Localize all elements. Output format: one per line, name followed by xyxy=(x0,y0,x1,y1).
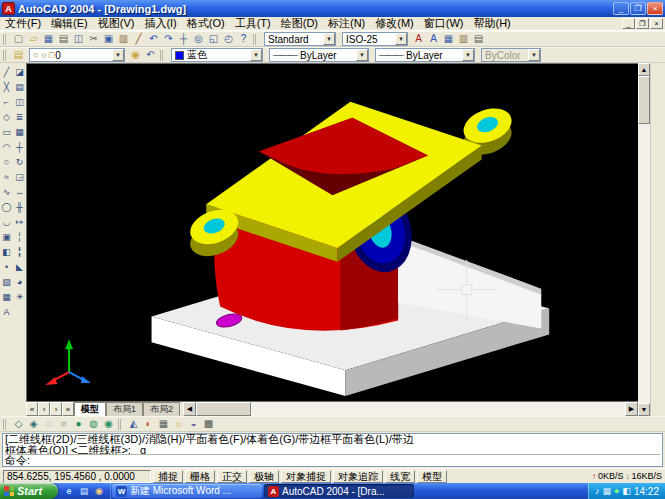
fillet-icon[interactable]: ◕ xyxy=(13,274,26,289)
toolbar-grip[interactable] xyxy=(160,50,165,61)
toolbar-grip[interactable] xyxy=(118,419,123,430)
menu-item[interactable]: 文件(F) xyxy=(0,17,46,30)
status-toggle-button[interactable]: 极轴 xyxy=(249,470,279,483)
menu-item[interactable]: 工具(T) xyxy=(230,17,276,30)
revision-cloud-icon[interactable]: ≈ xyxy=(0,169,13,184)
move-icon[interactable]: ┼ xyxy=(13,139,26,154)
stretch-icon[interactable]: ↔ xyxy=(13,184,26,199)
start-button[interactable]: Start xyxy=(0,483,58,499)
arc-icon[interactable]: ◠ xyxy=(0,139,13,154)
scale-icon[interactable]: ◲ xyxy=(13,169,26,184)
flat-shaded-icon[interactable]: ○ xyxy=(56,417,71,431)
input-method-icon[interactable]: ◧ xyxy=(622,487,631,496)
dropdown-arrow-icon[interactable]: ▼ xyxy=(323,33,335,45)
pan-icon[interactable]: ┼ xyxy=(176,32,191,46)
color-combo[interactable]: 蓝色 ▼ xyxy=(171,48,263,62)
erase-icon[interactable]: ◪ xyxy=(13,64,26,79)
trim-icon[interactable]: ╫ xyxy=(13,199,26,214)
status-toggle-button[interactable]: 线宽 xyxy=(385,470,415,483)
status-toggle-button[interactable]: 栅格 xyxy=(185,470,215,483)
extend-icon[interactable]: ↦ xyxy=(13,214,26,229)
dropdown-arrow-icon[interactable]: ▼ xyxy=(112,49,124,61)
tab-layout1[interactable]: 布局1 xyxy=(106,402,143,416)
text-style-combo[interactable]: Standard ▼ xyxy=(264,32,336,46)
child-minimize-button[interactable]: _ xyxy=(622,18,635,29)
tab-nav-button[interactable]: ‹ xyxy=(38,402,50,416)
scroll-left-icon[interactable]: ◀ xyxy=(183,402,196,416)
toolbar-grip[interactable] xyxy=(3,34,8,45)
ellipse-arc-icon[interactable]: ◡ xyxy=(0,214,13,229)
menu-item[interactable]: 插入(I) xyxy=(139,17,181,30)
menu-item[interactable]: 视图(V) xyxy=(93,17,140,30)
lights-icon[interactable]: ☼ xyxy=(171,417,186,431)
save-icon[interactable]: ▦ xyxy=(41,32,56,46)
drawing-canvas[interactable] xyxy=(26,63,638,402)
2d-wireframe-icon[interactable]: ◇ xyxy=(11,417,26,431)
point-icon[interactable]: • xyxy=(0,259,13,274)
tab-model[interactable]: 模型 xyxy=(74,402,106,416)
dropdown-arrow-icon[interactable]: ▼ xyxy=(356,49,368,61)
make-block-icon[interactable]: ◧ xyxy=(0,244,13,259)
new-file-icon[interactable]: ▢ xyxy=(11,32,26,46)
offset-icon[interactable]: ≣ xyxy=(13,109,26,124)
zoom-previous-icon[interactable]: ◴ xyxy=(221,32,236,46)
status-toggle-button[interactable]: 正交 xyxy=(217,470,247,483)
plot-preview-icon[interactable]: ◫ xyxy=(71,32,86,46)
text-style-icon[interactable]: A xyxy=(411,32,426,46)
linetype-combo[interactable]: ——— ByLayer ▼ xyxy=(269,48,369,62)
vscroll-thumb[interactable] xyxy=(638,76,650,124)
status-toggle-button[interactable]: 模型 xyxy=(417,470,447,483)
help-icon[interactable]: ? xyxy=(236,32,251,46)
zoom-window-icon[interactable]: ◱ xyxy=(206,32,221,46)
hatch-icon[interactable]: ▨ xyxy=(0,274,13,289)
dim-style-combo[interactable]: ISO-25 ▼ xyxy=(342,32,408,46)
ellipse-icon[interactable]: ◯ xyxy=(0,199,13,214)
materials-icon[interactable]: ◒ xyxy=(186,417,201,431)
autocad-task-button[interactable]: A AutoCAD 2004 - [Dra... xyxy=(264,484,414,498)
paste-icon[interactable]: ▥ xyxy=(116,32,131,46)
antivirus-icon[interactable]: ● xyxy=(614,487,619,496)
break-icon[interactable]: ╏ xyxy=(13,244,26,259)
copy-object-icon[interactable]: ▤ xyxy=(13,79,26,94)
redo-icon[interactable]: ↷ xyxy=(161,32,176,46)
word-task-button[interactable]: W 新建 Microsoft Word ... xyxy=(112,484,262,498)
layer-combo[interactable]: ○☼□ 0 ▼ xyxy=(29,48,125,62)
restore-button[interactable]: ❐ xyxy=(630,2,646,15)
dropdown-arrow-icon[interactable]: ▼ xyxy=(395,33,407,45)
array-icon[interactable]: ▦ xyxy=(13,124,26,139)
region-icon[interactable]: ▦ xyxy=(0,289,13,304)
minimize-button[interactable]: _ xyxy=(613,2,629,15)
properties-icon[interactable]: ▤ xyxy=(471,32,486,46)
menu-item[interactable]: 格式(O) xyxy=(182,17,230,30)
scroll-right-icon[interactable]: ▶ xyxy=(625,402,638,416)
render-icon[interactable]: ◐ xyxy=(141,417,156,431)
scroll-up-icon[interactable]: ▲ xyxy=(638,63,650,76)
layers-manager-icon[interactable]: ▤ xyxy=(11,48,26,62)
zoom-realtime-icon[interactable]: ◎ xyxy=(191,32,206,46)
polygon-icon[interactable]: ◇ xyxy=(0,109,13,124)
dropdown-arrow-icon[interactable]: ▼ xyxy=(250,49,262,61)
tool-palettes-icon[interactable]: ▥ xyxy=(456,32,471,46)
make-object-layer-current-icon[interactable]: ◉ xyxy=(128,48,143,62)
tab-nav-button[interactable]: » xyxy=(62,402,74,416)
mapping-icon[interactable]: ▩ xyxy=(201,417,216,431)
undo-icon[interactable]: ↶ xyxy=(146,32,161,46)
dropdown-arrow-icon[interactable]: ▼ xyxy=(462,49,474,61)
scenes-icon[interactable]: ▦ xyxy=(156,417,171,431)
rectangle-icon[interactable]: ▭ xyxy=(0,124,13,139)
vertical-scrollbar[interactable]: ▲ ▼ xyxy=(638,63,650,416)
match-properties-icon[interactable]: ╱ xyxy=(131,32,146,46)
media-player-icon[interactable]: ◉ xyxy=(93,485,105,497)
line-icon[interactable]: ╱ xyxy=(0,64,13,79)
explode-icon[interactable]: ☀ xyxy=(13,289,26,304)
menu-item[interactable]: 窗口(W) xyxy=(419,17,469,30)
lineweight-combo[interactable]: ——— ByLayer ▼ xyxy=(375,48,475,62)
toolbar-grip[interactable] xyxy=(3,419,8,430)
insert-block-icon[interactable]: ▣ xyxy=(0,229,13,244)
command-prompt[interactable]: 命令: xyxy=(5,455,660,466)
copy-icon[interactable]: ▣ xyxy=(101,32,116,46)
spline-icon[interactable]: ∿ xyxy=(0,184,13,199)
command-window[interactable]: [二维线框(2D)/三维线框(3D)/消隐(H)/平面着色(F)/体着色(G)/… xyxy=(0,432,665,468)
mirror-icon[interactable]: ◫ xyxy=(13,94,26,109)
polyline-icon[interactable]: ⌐ xyxy=(0,94,13,109)
